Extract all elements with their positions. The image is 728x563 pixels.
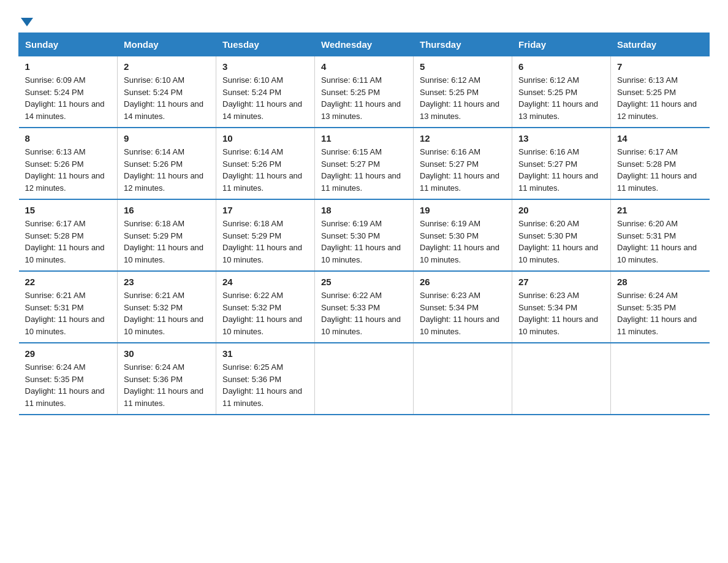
day-detail: Sunrise: 6:25 AMSunset: 5:36 PMDaylight:… xyxy=(222,362,302,408)
calendar-week-3: 15Sunrise: 6:17 AMSunset: 5:28 PMDayligh… xyxy=(19,199,710,271)
day-detail: Sunrise: 6:24 AMSunset: 5:35 PMDaylight:… xyxy=(617,291,697,336)
day-detail: Sunrise: 6:16 AMSunset: 5:27 PMDaylight:… xyxy=(420,147,499,193)
day-detail: Sunrise: 6:23 AMSunset: 5:34 PMDaylight:… xyxy=(518,291,598,336)
calendar-cell: 17Sunrise: 6:18 AMSunset: 5:29 PMDayligh… xyxy=(216,199,315,271)
day-detail: Sunrise: 6:22 AMSunset: 5:33 PMDaylight:… xyxy=(321,291,401,336)
calendar-cell: 15Sunrise: 6:17 AMSunset: 5:28 PMDayligh… xyxy=(19,199,118,271)
day-detail: Sunrise: 6:17 AMSunset: 5:28 PMDaylight:… xyxy=(617,147,697,193)
calendar-cell: 26Sunrise: 6:23 AMSunset: 5:34 PMDayligh… xyxy=(414,271,512,343)
day-number: 25 xyxy=(321,277,407,287)
calendar-week-4: 22Sunrise: 6:21 AMSunset: 5:31 PMDayligh… xyxy=(19,271,710,343)
calendar-cell: 8Sunrise: 6:13 AMSunset: 5:26 PMDaylight… xyxy=(19,128,118,199)
day-number: 29 xyxy=(25,348,112,359)
calendar-cell: 22Sunrise: 6:21 AMSunset: 5:31 PMDayligh… xyxy=(19,271,118,343)
calendar-cell: 3Sunrise: 6:10 AMSunset: 5:24 PMDaylight… xyxy=(216,56,315,128)
calendar-cell xyxy=(512,343,611,415)
day-detail: Sunrise: 6:19 AMSunset: 5:30 PMDaylight:… xyxy=(321,219,401,264)
calendar-week-1: 1Sunrise: 6:09 AMSunset: 5:24 PMDaylight… xyxy=(19,56,710,128)
calendar-cell xyxy=(414,343,512,415)
day-number: 3 xyxy=(222,61,308,72)
day-detail: Sunrise: 6:21 AMSunset: 5:32 PMDaylight:… xyxy=(124,291,203,336)
calendar-cell: 1Sunrise: 6:09 AMSunset: 5:24 PMDaylight… xyxy=(19,56,118,128)
day-detail: Sunrise: 6:10 AMSunset: 5:24 PMDaylight:… xyxy=(124,75,203,121)
calendar-cell: 21Sunrise: 6:20 AMSunset: 5:31 PMDayligh… xyxy=(611,199,710,271)
day-number: 27 xyxy=(518,277,604,287)
calendar-cell: 25Sunrise: 6:22 AMSunset: 5:33 PMDayligh… xyxy=(315,271,414,343)
day-number: 19 xyxy=(420,205,506,215)
calendar-cell: 5Sunrise: 6:12 AMSunset: 5:25 PMDaylight… xyxy=(414,56,512,128)
calendar-cell: 23Sunrise: 6:21 AMSunset: 5:32 PMDayligh… xyxy=(118,271,216,343)
day-detail: Sunrise: 6:14 AMSunset: 5:26 PMDaylight:… xyxy=(124,147,203,193)
day-detail: Sunrise: 6:11 AMSunset: 5:25 PMDaylight:… xyxy=(321,75,401,121)
day-detail: Sunrise: 6:12 AMSunset: 5:25 PMDaylight:… xyxy=(518,75,598,121)
day-number: 14 xyxy=(617,133,703,144)
logo-arrow-icon xyxy=(21,18,33,26)
day-number: 5 xyxy=(420,61,506,72)
day-number: 31 xyxy=(222,348,308,359)
calendar-cell: 19Sunrise: 6:19 AMSunset: 5:30 PMDayligh… xyxy=(414,199,512,271)
day-number: 13 xyxy=(518,133,604,144)
calendar-cell: 10Sunrise: 6:14 AMSunset: 5:26 PMDayligh… xyxy=(216,128,315,199)
col-header-friday: Friday xyxy=(512,33,611,56)
day-number: 26 xyxy=(420,277,506,287)
col-header-saturday: Saturday xyxy=(611,33,710,56)
day-detail: Sunrise: 6:10 AMSunset: 5:24 PMDaylight:… xyxy=(222,75,302,121)
calendar-cell: 7Sunrise: 6:13 AMSunset: 5:25 PMDaylight… xyxy=(611,56,710,128)
calendar-cell: 11Sunrise: 6:15 AMSunset: 5:27 PMDayligh… xyxy=(315,128,414,199)
day-detail: Sunrise: 6:20 AMSunset: 5:30 PMDaylight:… xyxy=(518,219,598,264)
day-detail: Sunrise: 6:13 AMSunset: 5:26 PMDaylight:… xyxy=(25,147,105,193)
page-header xyxy=(18,12,710,26)
calendar-cell: 16Sunrise: 6:18 AMSunset: 5:29 PMDayligh… xyxy=(118,199,216,271)
day-detail: Sunrise: 6:17 AMSunset: 5:28 PMDaylight:… xyxy=(25,219,105,264)
calendar-table: SundayMondayTuesdayWednesdayThursdayFrid… xyxy=(18,33,710,415)
day-detail: Sunrise: 6:14 AMSunset: 5:26 PMDaylight:… xyxy=(222,147,302,193)
day-number: 21 xyxy=(617,205,703,215)
day-number: 8 xyxy=(25,133,112,144)
day-number: 15 xyxy=(25,205,112,215)
col-header-thursday: Thursday xyxy=(414,33,512,56)
calendar-cell: 2Sunrise: 6:10 AMSunset: 5:24 PMDaylight… xyxy=(118,56,216,128)
day-number: 12 xyxy=(420,133,506,144)
day-detail: Sunrise: 6:16 AMSunset: 5:27 PMDaylight:… xyxy=(518,147,598,193)
calendar-cell xyxy=(315,343,414,415)
day-number: 7 xyxy=(617,61,703,72)
calendar-cell: 31Sunrise: 6:25 AMSunset: 5:36 PMDayligh… xyxy=(216,343,315,415)
day-number: 23 xyxy=(124,277,210,287)
day-number: 17 xyxy=(222,205,308,215)
calendar-cell: 27Sunrise: 6:23 AMSunset: 5:34 PMDayligh… xyxy=(512,271,611,343)
calendar-week-5: 29Sunrise: 6:24 AMSunset: 5:35 PMDayligh… xyxy=(19,343,710,415)
calendar-cell: 28Sunrise: 6:24 AMSunset: 5:35 PMDayligh… xyxy=(611,271,710,343)
day-number: 30 xyxy=(124,348,210,359)
day-number: 20 xyxy=(518,205,604,215)
day-number: 28 xyxy=(617,277,703,287)
col-header-sunday: Sunday xyxy=(19,33,118,56)
day-detail: Sunrise: 6:24 AMSunset: 5:36 PMDaylight:… xyxy=(124,362,203,408)
day-detail: Sunrise: 6:19 AMSunset: 5:30 PMDaylight:… xyxy=(420,219,499,264)
calendar-cell: 24Sunrise: 6:22 AMSunset: 5:32 PMDayligh… xyxy=(216,271,315,343)
day-number: 22 xyxy=(25,277,112,287)
day-number: 16 xyxy=(124,205,210,215)
col-header-monday: Monday xyxy=(118,33,216,56)
day-number: 18 xyxy=(321,205,407,215)
day-number: 2 xyxy=(124,61,210,72)
calendar-header-row: SundayMondayTuesdayWednesdayThursdayFrid… xyxy=(19,33,710,56)
calendar-cell: 30Sunrise: 6:24 AMSunset: 5:36 PMDayligh… xyxy=(118,343,216,415)
day-number: 10 xyxy=(222,133,308,144)
logo xyxy=(18,12,33,26)
calendar-cell: 20Sunrise: 6:20 AMSunset: 5:30 PMDayligh… xyxy=(512,199,611,271)
day-detail: Sunrise: 6:22 AMSunset: 5:32 PMDaylight:… xyxy=(222,291,302,336)
calendar-cell: 12Sunrise: 6:16 AMSunset: 5:27 PMDayligh… xyxy=(414,128,512,199)
day-detail: Sunrise: 6:09 AMSunset: 5:24 PMDaylight:… xyxy=(25,75,105,121)
col-header-wednesday: Wednesday xyxy=(315,33,414,56)
day-number: 24 xyxy=(222,277,308,287)
calendar-cell: 9Sunrise: 6:14 AMSunset: 5:26 PMDaylight… xyxy=(118,128,216,199)
calendar-cell: 13Sunrise: 6:16 AMSunset: 5:27 PMDayligh… xyxy=(512,128,611,199)
day-detail: Sunrise: 6:18 AMSunset: 5:29 PMDaylight:… xyxy=(222,219,302,264)
day-detail: Sunrise: 6:23 AMSunset: 5:34 PMDaylight:… xyxy=(420,291,499,336)
col-header-tuesday: Tuesday xyxy=(216,33,315,56)
day-number: 4 xyxy=(321,61,407,72)
day-number: 11 xyxy=(321,133,407,144)
calendar-cell: 6Sunrise: 6:12 AMSunset: 5:25 PMDaylight… xyxy=(512,56,611,128)
calendar-cell: 14Sunrise: 6:17 AMSunset: 5:28 PMDayligh… xyxy=(611,128,710,199)
day-detail: Sunrise: 6:20 AMSunset: 5:31 PMDaylight:… xyxy=(617,219,697,264)
